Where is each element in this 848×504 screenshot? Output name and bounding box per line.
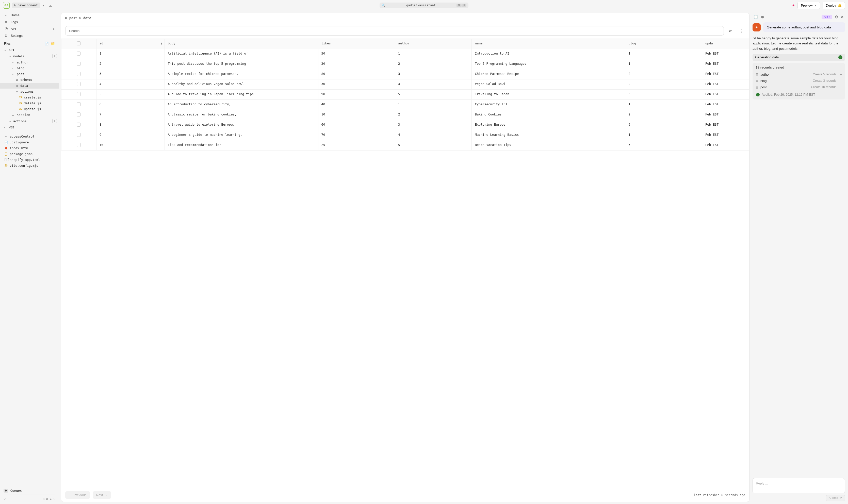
cell-likes: 80 — [318, 69, 395, 79]
history-icon[interactable]: 🕘 — [754, 15, 758, 19]
cell-name: Baking Cookies — [472, 110, 625, 120]
tree-blog[interactable]: ▭ blog — [0, 65, 59, 71]
column-updated[interactable]: upda — [702, 39, 749, 49]
cell-updated: Feb EST — [702, 110, 749, 120]
row-checkbox[interactable] — [61, 69, 96, 79]
plus-icon[interactable]: + — [840, 79, 842, 83]
new-folder-icon[interactable]: 📁 — [51, 42, 55, 46]
row-checkbox[interactable] — [61, 79, 96, 90]
more-menu[interactable]: ⋮ — [737, 27, 745, 35]
tree-create-js[interactable]: JS create.js — [0, 94, 59, 100]
column-blog[interactable]: blog — [625, 39, 702, 49]
plus-icon[interactable]: + — [840, 73, 842, 76]
row-checkbox[interactable] — [61, 100, 96, 110]
cell-likes: 30 — [318, 79, 395, 90]
tree-author[interactable]: ▭ author — [0, 59, 59, 65]
previous-button[interactable]: ← Previous — [65, 491, 90, 499]
nav-home[interactable]: ⌂ Home — [0, 12, 59, 19]
help-icon[interactable]: ? — [3, 497, 5, 501]
tree-session[interactable]: ▭ session — [0, 112, 59, 118]
record-name: post — [760, 85, 767, 89]
tree-access-control[interactable]: ▭ accessControl — [0, 133, 59, 139]
sparkle-icon[interactable]: ✦ — [792, 3, 795, 7]
tree-schema[interactable]: ⊞ schema — [0, 77, 59, 83]
tree-models[interactable]: ▭ models + — [0, 53, 59, 59]
table-row[interactable]: 6An introduction to cybersecurity,401Cyb… — [61, 100, 749, 110]
new-file-icon[interactable]: 📄 — [45, 42, 49, 46]
app-badge[interactable]: GA — [3, 2, 10, 8]
nav-settings[interactable]: ⚙ Settings — [0, 32, 59, 39]
table-row[interactable]: 2This post discusses the top 5 programmi… — [61, 59, 749, 69]
column-likes[interactable]: likes — [318, 39, 395, 49]
tree-delete-js[interactable]: JS delete.js — [0, 100, 59, 106]
table-footer: ← Previous Next → last refreshed 6 secon… — [61, 488, 749, 502]
row-checkbox[interactable] — [61, 140, 96, 150]
tree-web-section[interactable]: › WEB — [0, 124, 59, 130]
reply-input[interactable]: Reply ... — [753, 478, 845, 493]
cell-body: Artificial intelligence (AI) is a field … — [164, 49, 318, 59]
deploy-button[interactable]: Deploy 🔔 — [823, 2, 845, 9]
record-row[interactable]: ▤authorCreate 5 records+ — [756, 71, 842, 78]
record-row[interactable]: ▤postCreate 10 records+ — [756, 84, 842, 90]
gear-icon[interactable]: ⚙ — [835, 15, 838, 19]
column-id[interactable]: id ▲▼ — [96, 39, 164, 49]
column-body[interactable]: body — [164, 39, 318, 49]
table-row[interactable]: 5A guide to traveling in Japan, includin… — [61, 90, 749, 100]
model-icon: ▤ — [756, 85, 758, 89]
table-row[interactable]: 3A simple recipe for chicken parmesan,80… — [61, 69, 749, 79]
queues-row[interactable]: 0 Queues — [3, 489, 55, 492]
add-button[interactable]: + — [52, 119, 57, 123]
row-checkbox[interactable] — [61, 90, 96, 100]
json-icon: {} — [4, 152, 8, 156]
table-row[interactable]: 1Artificial intelligence (AI) is a field… — [61, 49, 749, 59]
add-button[interactable]: + — [52, 54, 57, 58]
chevron-down-icon[interactable]: ▼ — [42, 4, 45, 7]
row-checkbox[interactable] — [61, 130, 96, 140]
table-row[interactable]: 4A healthy and delicious vegan salad bow… — [61, 79, 749, 90]
tree-vite-config[interactable]: JS vite.config.mjs — [0, 163, 59, 168]
cell-id: 8 — [96, 120, 164, 130]
cell-author: 2 — [395, 110, 472, 120]
table-row[interactable]: 8A travel guide to exploring Europe,603E… — [61, 120, 749, 130]
nav-api[interactable]: ⦿ API ▶ — [0, 25, 59, 32]
tree-gitignore[interactable]: 📄 .gitignore — [0, 139, 59, 145]
cloud-icon[interactable]: ☁ — [49, 3, 52, 7]
column-name[interactable]: name — [472, 39, 625, 49]
tree-data[interactable]: ▤ data — [0, 83, 59, 89]
nav-logs[interactable]: ≡ Logs — [0, 19, 59, 25]
tree-actions[interactable]: ▭ actions — [0, 89, 59, 94]
submit-button[interactable]: Submit ↵ — [826, 495, 845, 501]
refresh-button[interactable]: ⟳ — [726, 27, 735, 35]
column-checkbox[interactable] — [61, 39, 96, 49]
plus-icon[interactable]: + — [840, 85, 842, 89]
tree-package-json[interactable]: {} package.json — [0, 151, 59, 157]
command-palette[interactable]: 🔍 gadget-assistant ⌘ K — [379, 2, 469, 8]
tree-api-section[interactable]: ⌄ API — [0, 47, 59, 53]
tree-shopify-toml[interactable]: [T] shopify.app.toml — [0, 157, 59, 163]
table-row[interactable]: 7A classic recipe for baking cookies,102… — [61, 110, 749, 120]
table-row[interactable]: 10Tips and recommendations for255Beach V… — [61, 140, 749, 150]
cell-body: A beginner's guide to machine learning, — [164, 130, 318, 140]
tree-update-js[interactable]: JS update.js — [0, 106, 59, 112]
preview-button[interactable]: Preview ▼ — [797, 2, 820, 9]
tree-post[interactable]: ▭ post — [0, 71, 59, 77]
column-author[interactable]: author — [395, 39, 472, 49]
tree-index-html[interactable]: ⬢ index.html — [0, 145, 59, 151]
tree-root-actions[interactable]: ▭ actions + — [0, 118, 59, 124]
cell-blog: 1 — [625, 100, 702, 110]
next-button[interactable]: Next → — [93, 491, 111, 499]
table-row[interactable]: 9A beginner's guide to machine learning,… — [61, 130, 749, 140]
search-input[interactable] — [65, 26, 724, 36]
js-icon: JS — [4, 164, 8, 167]
environment-selector[interactable]: ↳ development — [12, 2, 40, 8]
row-checkbox[interactable] — [61, 59, 96, 69]
cell-author: 5 — [395, 90, 472, 100]
row-checkbox[interactable] — [61, 120, 96, 130]
row-checkbox[interactable] — [61, 49, 96, 59]
arrow-left-icon: ← — [69, 493, 72, 497]
row-checkbox[interactable] — [61, 110, 96, 120]
close-icon[interactable]: ✕ — [841, 15, 844, 19]
cell-body: A classic recipe for baking cookies, — [164, 110, 318, 120]
record-row[interactable]: ▤blogCreate 3 records+ — [756, 78, 842, 84]
new-chat-icon[interactable]: ⊕ — [761, 15, 764, 19]
